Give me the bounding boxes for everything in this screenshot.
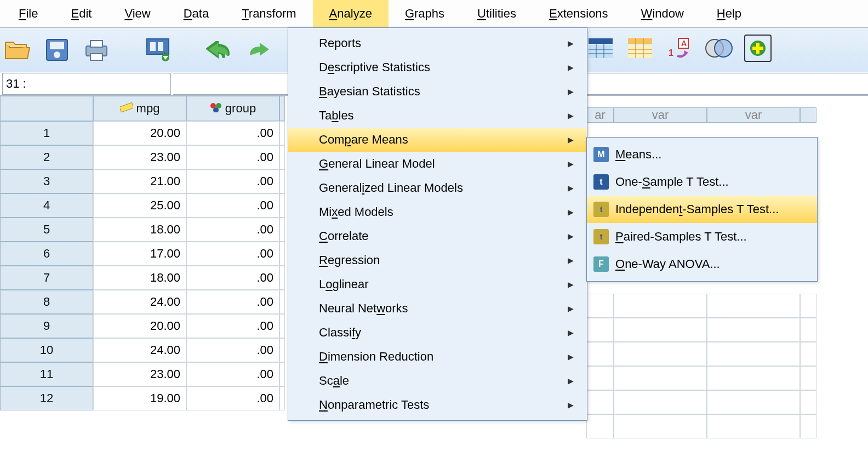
cell[interactable] (614, 318, 707, 342)
cell[interactable] (614, 366, 707, 390)
menu-analyze[interactable]: Analyze (313, 0, 389, 27)
column-header-mpg[interactable]: mpg (93, 96, 186, 121)
cell[interactable]: 23.00 (93, 362, 186, 386)
cell[interactable]: 24.00 (93, 290, 186, 314)
cell[interactable]: .00 (186, 169, 279, 193)
cell[interactable]: .00 (186, 242, 279, 266)
cell[interactable] (279, 338, 285, 362)
cell[interactable]: 17.00 (93, 242, 186, 266)
labels-icon[interactable]: A 1 (665, 34, 694, 62)
cell[interactable] (614, 342, 707, 366)
grid-icon-2[interactable] (626, 34, 654, 62)
cell[interactable]: 24.00 (93, 338, 186, 362)
cell[interactable] (279, 314, 285, 338)
redo-icon[interactable] (244, 36, 273, 64)
cell[interactable] (800, 366, 816, 390)
cell[interactable]: 20.00 (93, 121, 186, 145)
add-icon[interactable] (744, 35, 772, 62)
cell[interactable] (279, 121, 285, 145)
cell[interactable] (279, 242, 285, 266)
cell[interactable] (279, 193, 285, 218)
cell-reference[interactable]: 31 : (2, 73, 171, 95)
analyze-general-linear-model[interactable]: General Linear Model▶ (288, 152, 587, 176)
row-header[interactable]: 8 (0, 290, 93, 314)
row-header[interactable]: 3 (0, 169, 93, 193)
menu-window[interactable]: Window (625, 0, 700, 27)
open-file-icon[interactable] (3, 36, 32, 64)
analyze-bayesian-statistics[interactable]: Bayesian Statistics▶ (288, 79, 587, 104)
menu-transform[interactable]: Transform (225, 0, 312, 27)
cell[interactable]: .00 (186, 266, 279, 290)
compare-means-means-[interactable]: MMeans... (587, 141, 817, 168)
menu-data[interactable]: Data (167, 0, 225, 27)
cell[interactable] (800, 390, 816, 414)
cell[interactable]: 18.00 (93, 218, 186, 242)
menu-extensions[interactable]: Extensions (533, 0, 625, 27)
cell[interactable] (586, 390, 614, 414)
cell[interactable] (707, 342, 800, 366)
cell[interactable] (707, 366, 800, 390)
menu-utilities[interactable]: Utilities (461, 0, 533, 27)
analyze-loglinear[interactable]: Loglinear▶ (288, 272, 587, 296)
cell[interactable] (586, 318, 614, 342)
analyze-scale[interactable]: Scale▶ (288, 369, 587, 393)
cell[interactable]: .00 (186, 362, 279, 386)
analyze-regression[interactable]: Regression▶ (288, 248, 587, 272)
compare-means-paired-samples-t-test-[interactable]: tPaired-Samples T Test... (587, 223, 817, 250)
cell[interactable]: 19.00 (93, 386, 186, 410)
save-icon[interactable] (43, 36, 71, 64)
row-header[interactable]: 2 (0, 145, 93, 169)
cell[interactable]: .00 (186, 338, 279, 362)
cell[interactable] (800, 414, 816, 438)
analyze-classify[interactable]: Classify▶ (288, 321, 587, 345)
cell[interactable] (586, 342, 614, 366)
row-header[interactable]: 5 (0, 218, 93, 242)
row-header[interactable]: 1 (0, 121, 93, 145)
cell[interactable] (279, 290, 285, 314)
cell[interactable]: 23.00 (93, 145, 186, 169)
analyze-reports[interactable]: Reports▶ (288, 31, 587, 55)
column-header-group[interactable]: group (186, 96, 279, 121)
row-header[interactable]: 9 (0, 314, 93, 338)
cell[interactable] (707, 318, 800, 342)
cell[interactable]: .00 (186, 290, 279, 314)
recall-dialog-icon[interactable] (144, 36, 172, 64)
analyze-dimension-reduction[interactable]: Dimension Reduction▶ (288, 345, 587, 369)
column-header-var[interactable]: var (707, 107, 800, 123)
cell[interactable]: .00 (186, 121, 279, 145)
cell[interactable]: .00 (186, 193, 279, 218)
cell[interactable]: .00 (186, 386, 279, 410)
cell[interactable]: 18.00 (93, 266, 186, 290)
cell[interactable] (614, 294, 707, 318)
analyze-mixed-models[interactable]: Mixed Models▶ (288, 200, 587, 224)
cell[interactable]: 20.00 (93, 314, 186, 338)
analyze-correlate[interactable]: Correlate▶ (288, 224, 587, 248)
cell[interactable] (614, 390, 707, 414)
cell[interactable] (800, 294, 816, 318)
cell[interactable] (279, 386, 285, 410)
cell[interactable]: .00 (186, 314, 279, 338)
analyze-neural-networks[interactable]: Neural Networks▶ (288, 296, 587, 321)
compare-means-one-sample-t-test-[interactable]: tOne-Sample T Test... (587, 168, 817, 196)
column-header-var[interactable] (800, 107, 816, 123)
cell[interactable] (614, 414, 707, 438)
menu-help[interactable]: Help (700, 0, 758, 27)
row-header[interactable]: 4 (0, 193, 93, 218)
row-header[interactable]: 11 (0, 362, 93, 386)
cell[interactable] (279, 169, 285, 193)
cell[interactable]: .00 (186, 145, 279, 169)
grid-icon-1[interactable] (586, 34, 615, 62)
undo-icon[interactable] (205, 36, 233, 64)
cell[interactable] (800, 318, 816, 342)
analyze-tables[interactable]: Tables▶ (288, 104, 587, 128)
venn-icon[interactable] (705, 34, 733, 62)
cell[interactable]: 21.00 (93, 169, 186, 193)
cell[interactable] (707, 414, 800, 438)
cell[interactable] (707, 294, 800, 318)
menu-graphs[interactable]: Graphs (389, 0, 461, 27)
row-header[interactable]: 10 (0, 338, 93, 362)
cell[interactable] (279, 218, 285, 242)
analyze-compare-means[interactable]: Compare Means▶ (288, 128, 587, 152)
compare-means-one-way-anova-[interactable]: FOne-Way ANOVA... (587, 250, 817, 278)
menu-edit[interactable]: Edit (54, 0, 108, 27)
